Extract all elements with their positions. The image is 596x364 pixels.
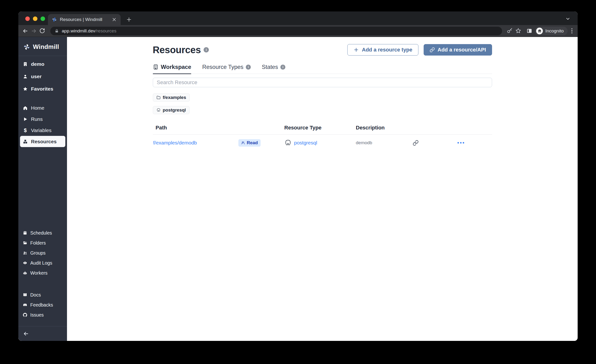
tab-workspace[interactable]: Workspace xyxy=(153,64,191,74)
zoom-window-button[interactable] xyxy=(41,16,45,21)
sidebar-item-feedbacks[interactable]: Feedbacks xyxy=(18,300,67,310)
info-icon[interactable]: i xyxy=(280,65,285,70)
tab-label: States xyxy=(262,64,278,70)
sidebar-item-label: Docs xyxy=(30,292,41,298)
folder-open-icon xyxy=(23,241,27,245)
sidebar-item-label: Workers xyxy=(30,270,47,276)
search-tabs-chevron-icon[interactable] xyxy=(565,16,571,22)
eye-icon xyxy=(23,261,27,265)
play-icon xyxy=(23,117,28,122)
sidebar-item-docs[interactable]: Docs xyxy=(18,290,67,300)
tab-title: Resources | Windmill xyxy=(60,17,109,22)
lock-icon xyxy=(55,29,59,33)
info-icon[interactable]: i xyxy=(204,47,209,52)
reload-icon[interactable] xyxy=(39,28,45,34)
browser-window: Resources | Windmill app.windmill.dev/re… xyxy=(18,11,578,341)
forward-icon[interactable] xyxy=(31,28,37,34)
sidebar-workspace-group: demo user Favorites xyxy=(18,58,67,95)
url-host: app.windmill.dev xyxy=(62,28,95,33)
incognito-icon xyxy=(536,28,543,34)
new-tab-button[interactable] xyxy=(126,16,132,23)
sidebar-item-workspace-demo[interactable]: demo xyxy=(18,58,67,70)
window-controls xyxy=(25,16,45,21)
building-icon xyxy=(23,62,28,67)
sidebar-item-label: Folders xyxy=(30,240,46,246)
sidebar-item-folders[interactable]: Folders xyxy=(18,238,67,248)
filter-chip-label: postgresql xyxy=(163,108,186,113)
link-icon[interactable] xyxy=(413,140,430,146)
browser-menu-icon[interactable] xyxy=(570,27,574,35)
password-key-icon[interactable] xyxy=(507,28,513,34)
users-icon xyxy=(23,251,27,255)
sidebar-collapse-button[interactable] xyxy=(18,326,67,341)
incognito-label: Incognito xyxy=(545,28,564,34)
filter-chip-postgresql[interactable]: postgresql xyxy=(153,106,190,114)
sidebar-item-label: Issues xyxy=(30,312,44,318)
resource-path-link[interactable]: f/examples/demodb xyxy=(153,140,197,146)
add-resource-api-button[interactable]: Add a resource/API xyxy=(424,44,492,56)
browser-toolbar: app.windmill.dev/resources Incognito xyxy=(18,25,578,37)
column-header-description: Description xyxy=(356,125,411,131)
sidebar-item-workers[interactable]: Workers xyxy=(18,268,67,278)
sidebar-item-audit-logs[interactable]: Audit Logs xyxy=(18,258,67,268)
add-resource-api-label: Add a resource/API xyxy=(438,47,486,53)
postgres-icon xyxy=(284,139,291,146)
windmill-logo-label: Windmill xyxy=(33,43,59,51)
sidebar-item-groups[interactable]: Groups xyxy=(18,248,67,258)
side-panel-icon[interactable] xyxy=(526,28,533,34)
close-window-button[interactable] xyxy=(25,16,30,21)
sidebar-item-label: Schedules xyxy=(30,230,52,236)
sidebar-item-user[interactable]: user xyxy=(18,70,67,83)
sidebar-item-label: Audit Logs xyxy=(30,260,52,266)
tab-resource-types[interactable]: Resource Types i xyxy=(202,64,251,74)
resources-table: Path Resource Type Description f/example… xyxy=(153,125,492,151)
permission-badge: Read xyxy=(238,139,260,147)
column-header-path: Path xyxy=(153,125,284,131)
url-bar[interactable]: app.windmill.dev/resources xyxy=(50,27,502,35)
sidebar-item-variables[interactable]: $ Variables xyxy=(18,125,67,136)
tab-strip: Resources | Windmill xyxy=(18,11,578,25)
row-menu-cell xyxy=(430,140,492,145)
calendar-icon xyxy=(23,231,27,235)
sidebar-item-favorites[interactable]: Favorites xyxy=(18,83,67,95)
sidebar-item-label: user xyxy=(31,74,41,79)
copy-link-cell xyxy=(411,140,430,146)
bookmark-star-icon[interactable] xyxy=(515,28,522,34)
table-header-row: Path Resource Type Description xyxy=(153,125,492,135)
header-actions: Add a resource type Add a resource/API xyxy=(347,44,492,56)
arrow-left-icon xyxy=(23,331,29,337)
back-icon[interactable] xyxy=(22,28,28,34)
tabs-row: Workspace Resource Types i States i xyxy=(153,64,492,74)
screenshot-stage: Resources | Windmill app.windmill.dev/re… xyxy=(0,0,596,364)
tab-close-icon[interactable] xyxy=(112,17,117,22)
minimize-window-button[interactable] xyxy=(33,16,37,21)
search-input[interactable] xyxy=(153,78,492,87)
link-icon xyxy=(430,47,435,52)
page-header: Resources i Add a resource type xyxy=(153,44,492,56)
sidebar-item-schedules[interactable]: Schedules xyxy=(18,228,67,238)
home-icon xyxy=(23,106,28,110)
browser-tab[interactable]: Resources | Windmill xyxy=(48,14,121,25)
filter-chip-folder[interactable]: f/examples xyxy=(153,93,190,102)
sidebar-item-issues[interactable]: Issues xyxy=(18,310,67,320)
main-area: Resources i Add a resource type xyxy=(67,37,578,341)
sidebar-item-label: Home xyxy=(31,105,44,111)
row-menu-icon[interactable] xyxy=(456,140,465,145)
add-resource-type-label: Add a resource type xyxy=(362,47,412,53)
resource-type-link[interactable]: postgresql xyxy=(294,140,317,146)
sidebar-item-runs[interactable]: Runs xyxy=(18,113,67,125)
sidebar-item-label: Groups xyxy=(30,250,45,256)
info-icon[interactable]: i xyxy=(246,65,251,70)
tab-label: Workspace xyxy=(161,64,191,70)
add-resource-type-button[interactable]: Add a resource type xyxy=(347,44,418,56)
postgres-icon xyxy=(156,108,161,112)
folder-icon xyxy=(156,95,161,100)
sidebar-item-label: demo xyxy=(31,61,44,67)
sidebar-item-resources[interactable]: Resources xyxy=(20,136,65,147)
building-icon xyxy=(153,64,158,70)
sidebar-item-home[interactable]: Home xyxy=(18,102,67,113)
page-title: Resources xyxy=(153,45,201,55)
tab-label: Resource Types xyxy=(202,64,243,70)
windmill-logo[interactable]: Windmill xyxy=(18,37,67,56)
tab-states[interactable]: States i xyxy=(262,64,285,74)
